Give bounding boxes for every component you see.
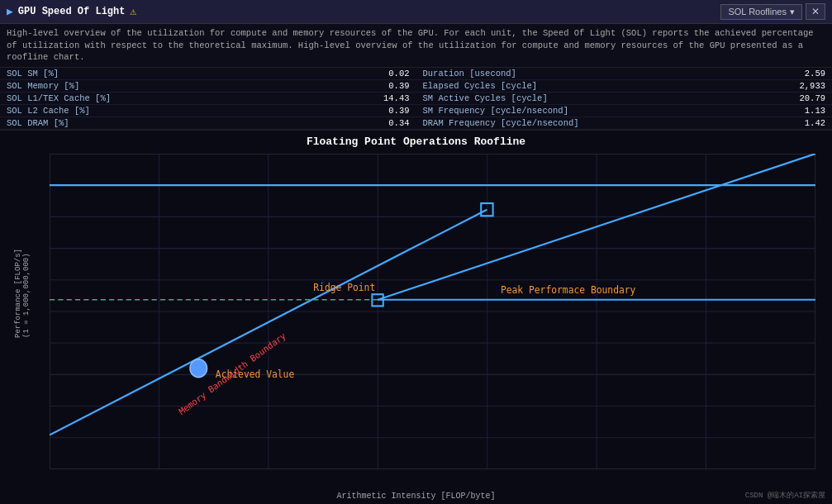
metric-row: Duration [usecond] 2.59 — [416, 68, 833, 80]
title-left: ▶ GPU Speed Of Light ⚠ — [7, 5, 136, 18]
metrics-table: SOL SM [%] 0.02 SOL Memory [%] 0.39 SOL … — [0, 68, 832, 131]
chart-title: Floating Point Operations Roofline — [0, 131, 832, 150]
window-title: GPU Speed Of Light — [18, 6, 126, 17]
metrics-left-col: SOL SM [%] 0.02 SOL Memory [%] 0.39 SOL … — [0, 68, 416, 130]
metrics-right-col: Duration [usecond] 2.59 Elapsed Cycles [… — [416, 68, 833, 130]
metric-row: Elapsed Cycles [cycle] 2,933 — [416, 80, 833, 93]
footer-brand: CSDN @端木的AI探索屋 — [745, 490, 825, 501]
x-axis-label: Arithmetic Intensity [FLOP/byte] — [336, 492, 495, 501]
svg-point-27 — [190, 359, 207, 378]
metric-row: SOL L1/TEX Cache [%] 14.43 — [0, 93, 416, 105]
metric-row: SOL L2 Cache [%] 0.39 — [0, 105, 416, 117]
gpu-icon: ▶ — [7, 5, 13, 18]
warning-icon: ⚠ — [130, 5, 136, 18]
svg-text:Achieved Value: Achieved Value — [216, 368, 294, 379]
y-axis-label: Performance [FLOP/s](1 = 1,000,000,000) — [14, 297, 31, 338]
description-text: High-level overview of the utilization f… — [0, 24, 832, 68]
title-right: SOL Rooflines ▾ ✕ — [720, 3, 825, 20]
chevron-down-icon: ▾ — [790, 7, 795, 17]
sol-rooflines-dropdown[interactable]: SOL Rooflines ▾ — [720, 4, 802, 20]
app: ▶ GPU Speed Of Light ⚠ SOL Rooflines ▾ ✕… — [0, 0, 832, 504]
metric-row: SOL Memory [%] 0.39 — [0, 80, 416, 93]
metric-row: SOL DRAM [%] 0.34 — [0, 117, 416, 130]
title-bar: ▶ GPU Speed Of Light ⚠ SOL Rooflines ▾ ✕ — [0, 0, 832, 24]
close-button[interactable]: ✕ — [806, 3, 825, 20]
metric-row: SM Frequency [cycle/nsecond] 1.13 — [416, 105, 833, 117]
svg-text:Peak Performace Boundary: Peak Performace Boundary — [501, 284, 636, 296]
metric-row: SM Active Cycles [cycle] 20.79 — [416, 93, 833, 105]
svg-text:Ridge Point: Ridge Point — [313, 282, 375, 293]
metric-row: SOL SM [%] 0.02 — [0, 68, 416, 80]
chart-container: Floating Point Operations Roofline Perfo… — [0, 131, 832, 504]
metric-row: DRAM Frequency [cycle/nsecond] 1.42 — [416, 117, 833, 130]
roofline-chart: Ridge Point Peak Performace Boundary Mem… — [50, 154, 815, 469]
